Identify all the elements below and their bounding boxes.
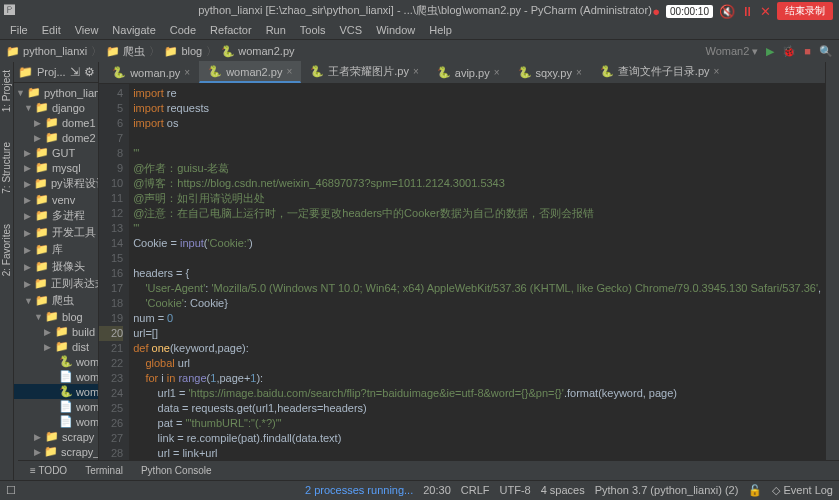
- tree-item[interactable]: 📄women.spec: [14, 414, 98, 429]
- menu-view[interactable]: View: [69, 22, 105, 38]
- debug-icon[interactable]: 🐞: [782, 45, 796, 58]
- tree-item[interactable]: ▶📁dome2: [14, 130, 98, 145]
- tree-item[interactable]: ▶📁scrapy: [14, 429, 98, 444]
- gear-icon[interactable]: ⚙: [84, 65, 95, 79]
- tree-arrow-icon[interactable]: ▶: [24, 279, 31, 289]
- editor-tab[interactable]: 🐍查询文件子目录.py×: [591, 60, 729, 83]
- tree-arrow-icon[interactable]: ▶: [34, 133, 42, 143]
- status-msg-icon[interactable]: ☐: [6, 484, 16, 497]
- bottom-tab[interactable]: Python Console: [133, 463, 220, 478]
- tab-close-icon[interactable]: ×: [494, 67, 500, 78]
- menu-navigate[interactable]: Navigate: [106, 22, 161, 38]
- tree-arrow-icon[interactable]: ▶: [24, 211, 32, 221]
- tree-item[interactable]: ▶📁正则表达式: [14, 275, 98, 292]
- tree-item[interactable]: 📄woman2.spec: [14, 399, 98, 414]
- menu-code[interactable]: Code: [164, 22, 202, 38]
- status-lock-icon[interactable]: 🔓: [748, 484, 762, 497]
- stop-icon[interactable]: ■: [804, 45, 811, 57]
- tool-favorites[interactable]: 2: Favorites: [1, 224, 12, 276]
- menu-tools[interactable]: Tools: [294, 22, 332, 38]
- bottom-tab[interactable]: ≡ TODO: [22, 463, 75, 478]
- event-log[interactable]: ◇ Event Log: [772, 484, 833, 497]
- tab-close-icon[interactable]: ×: [714, 66, 720, 77]
- menu-refactor[interactable]: Refactor: [204, 22, 258, 38]
- tool-project[interactable]: 1: Project: [1, 70, 12, 112]
- tree-arrow-icon[interactable]: ▶: [44, 342, 52, 352]
- tree-item[interactable]: 📄woman.spec: [14, 369, 98, 384]
- tree-item[interactable]: ▶📁dome1: [14, 115, 98, 130]
- menu-help[interactable]: Help: [423, 22, 458, 38]
- tree-item[interactable]: ▶📁py课程设计: [14, 175, 98, 192]
- tree-arrow-icon[interactable]: ▶: [34, 447, 41, 457]
- tree-arrow-icon[interactable]: ▶: [34, 432, 42, 442]
- tree-arrow-icon[interactable]: ▶: [24, 179, 31, 189]
- tree-arrow-icon[interactable]: ▼: [16, 88, 24, 98]
- tree-item[interactable]: ▼📁blog: [14, 309, 98, 324]
- tree-item[interactable]: ▶📁build: [14, 324, 98, 339]
- editor-tab[interactable]: 🐍woman2.py×: [199, 61, 301, 83]
- breadcrumb[interactable]: 📁 python_lianxi〉📁 爬虫〉📁 blog〉🐍 woman2.py: [6, 44, 295, 59]
- tree-item[interactable]: 🐍woman.py: [14, 354, 98, 369]
- bottom-tab[interactable]: Terminal: [77, 463, 131, 478]
- tab-close-icon[interactable]: ×: [286, 66, 292, 77]
- status-enc[interactable]: UTF-8: [500, 484, 531, 497]
- tree-item[interactable]: ▶📁摄像头: [14, 258, 98, 275]
- tab-close-icon[interactable]: ×: [576, 67, 582, 78]
- project-tree[interactable]: ▼📁python_lianxi E:\zhao_s▼📁django▶📁dome1…: [14, 83, 98, 500]
- status-pos[interactable]: 20:30: [423, 484, 451, 497]
- status-processes[interactable]: 2 processes running...: [305, 484, 413, 497]
- tree-arrow-icon[interactable]: ▶: [24, 228, 32, 238]
- breadcrumb-item[interactable]: 📁 python_lianxi: [6, 45, 87, 58]
- tree-item[interactable]: ▶📁venv: [14, 192, 98, 207]
- menu-file[interactable]: File: [4, 22, 34, 38]
- tree-arrow-icon[interactable]: ▶: [24, 163, 32, 173]
- tree-arrow-icon[interactable]: ▶: [34, 118, 42, 128]
- tree-arrow-icon[interactable]: ▶: [24, 245, 32, 255]
- code-editor[interactable]: import reimport requestsimport os '''@作者…: [129, 84, 825, 482]
- status-indent[interactable]: 4 spaces: [541, 484, 585, 497]
- tree-arrow-icon[interactable]: ▼: [24, 296, 32, 306]
- collapse-icon[interactable]: ⇲: [70, 65, 80, 79]
- line-gutter[interactable]: 4567891011121314151617181920212223242526…: [99, 84, 129, 482]
- tree-arrow-icon[interactable]: ▶: [24, 195, 32, 205]
- tree-item[interactable]: ▶📁mysql: [14, 160, 98, 175]
- editor-tab[interactable]: 🐍avip.py×: [428, 62, 509, 83]
- tree-item[interactable]: ▶📁scrapy_data: [14, 444, 98, 459]
- tree-arrow-icon[interactable]: ▼: [34, 312, 42, 322]
- tree-item[interactable]: ▶📁开发工具: [14, 224, 98, 241]
- tree-item[interactable]: 🐍woman2.py: [14, 384, 98, 399]
- stop-record-button[interactable]: 结束录制: [777, 2, 833, 20]
- tree-item[interactable]: ▶📁多进程: [14, 207, 98, 224]
- tree-arrow-icon[interactable]: ▼: [24, 103, 32, 113]
- status-interp[interactable]: Python 3.7 (python_lianxi) (2): [595, 484, 739, 497]
- menu-vcs[interactable]: VCS: [334, 22, 369, 38]
- tree-arrow-icon[interactable]: ▶: [24, 262, 32, 272]
- editor-tab[interactable]: 🐍woman.py×: [103, 62, 199, 83]
- tree-arrow-icon[interactable]: ▶: [24, 148, 32, 158]
- tree-item[interactable]: ▼📁django: [14, 100, 98, 115]
- tree-item[interactable]: ▶📁库: [14, 241, 98, 258]
- tree-item[interactable]: ▶📁GUT: [14, 145, 98, 160]
- tab-close-icon[interactable]: ×: [413, 66, 419, 77]
- search-icon[interactable]: 🔍: [819, 45, 833, 58]
- pause-icon[interactable]: ⏸: [741, 4, 754, 19]
- tree-item[interactable]: ▼📁python_lianxi E:\zhao_s: [14, 85, 98, 100]
- editor-tab[interactable]: 🐍王者荣耀图片.py×: [301, 60, 428, 83]
- menu-window[interactable]: Window: [370, 22, 421, 38]
- menu-run[interactable]: Run: [260, 22, 292, 38]
- editor-tab[interactable]: 🐍sqxy.py×: [509, 62, 591, 83]
- tree-arrow-icon[interactable]: ▶: [44, 327, 52, 337]
- mute-icon[interactable]: 🔇: [719, 4, 735, 19]
- tree-item[interactable]: ▶📁dist: [14, 339, 98, 354]
- breadcrumb-item[interactable]: 📁 爬虫: [106, 44, 145, 59]
- breadcrumb-item[interactable]: 🐍 woman2.py: [221, 45, 294, 58]
- run-config-label[interactable]: Woman2 ▾: [705, 45, 758, 58]
- tree-item[interactable]: ▼📁爬虫: [14, 292, 98, 309]
- close-rec-icon[interactable]: ✕: [760, 4, 771, 19]
- tool-structure[interactable]: 7: Structure: [1, 142, 12, 194]
- menu-edit[interactable]: Edit: [36, 22, 67, 38]
- tab-close-icon[interactable]: ×: [184, 67, 190, 78]
- breadcrumb-item[interactable]: 📁 blog: [164, 45, 202, 58]
- run-icon[interactable]: ▶: [766, 45, 774, 58]
- status-crlf[interactable]: CRLF: [461, 484, 490, 497]
